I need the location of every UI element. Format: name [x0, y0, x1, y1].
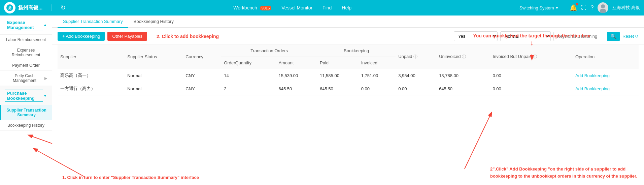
- logo-text: 扬州高银...: [18, 5, 43, 11]
- td-currency-0: CNY: [183, 69, 221, 82]
- refresh-icon: ↺: [635, 34, 639, 39]
- td-order-qty-0: 14: [221, 69, 276, 82]
- sidebar-group-expense[interactable]: Expense Management ▲: [0, 16, 52, 35]
- add-bookkeeping-button[interactable]: + Add Bookkeeping: [58, 32, 105, 41]
- table-row: 一方通行（高力） Normal CNY 2 645.50 645.50 0.00…: [58, 82, 639, 95]
- top-nav-right: Switching System ▼ 🔔 ⛶ ? 互海科技·高银: [519, 2, 640, 13]
- help-nav[interactable]: Help: [342, 5, 351, 10]
- th-uninvoiced: Uninvoiced ⓘ: [436, 45, 490, 69]
- td-uninvoiced-0: 13,788.00: [436, 69, 490, 82]
- uninvoiced-info-icon[interactable]: ⓘ: [462, 54, 466, 59]
- td-supplier-1: 一方通行（高力）: [58, 82, 125, 95]
- chevron-down-icon: ▼: [555, 6, 559, 10]
- chevron-right-icon: ▶: [44, 76, 47, 81]
- sidebar-item-bookkeeping-history[interactable]: Bookkeeping History: [0, 120, 52, 131]
- chevron-down-icon-2: ▼: [43, 93, 47, 98]
- switching-system[interactable]: Switching System ▼: [519, 5, 559, 10]
- th-currency: Currency: [183, 45, 221, 69]
- toolbar-right: Yes Normal 🔍 Reset ↺: [454, 31, 639, 41]
- main-wrapper: Expense Management ▲ Labor Reimbursement…: [0, 16, 644, 185]
- table-row: 高乐高（高一） Normal CNY 14 15,539.00 11,585.0…: [58, 69, 639, 82]
- td-supplier-0: 高乐高（高一）: [58, 69, 125, 82]
- filter-normal-select[interactable]: Normal: [500, 31, 551, 41]
- other-payables-button[interactable]: Other Payables: [107, 32, 147, 41]
- td-status-0: Normal: [125, 69, 183, 82]
- chevron-up-icon: ▲: [43, 23, 47, 27]
- notification-icon[interactable]: 🔔: [570, 4, 577, 11]
- td-status-1: Normal: [125, 82, 183, 95]
- svg-point-3: [600, 9, 606, 13]
- td-unpaid-0: 3,954.00: [396, 69, 436, 82]
- td-invoiced-but-unpaid-0: 0.00: [490, 69, 573, 82]
- tab-bookkeeping-history[interactable]: Bookkeeping History: [128, 16, 179, 28]
- td-uninvoiced-1: 645.50: [436, 82, 490, 95]
- td-amount-0: 15,539.00: [276, 69, 317, 82]
- th-order-quantity: OrderQuantity: [221, 57, 276, 69]
- data-table: Supplier Supplier Status Currency Transa…: [58, 45, 639, 95]
- tab-supplier-transaction[interactable]: Supplier Transaction Summary: [58, 16, 128, 28]
- td-amount-1: 645.50: [276, 82, 317, 95]
- td-paid-0: 11,585.00: [317, 69, 359, 82]
- svg-point-2: [601, 4, 605, 8]
- svg-text:扬: 扬: [8, 6, 11, 10]
- th-amount: Amount: [276, 57, 317, 69]
- th-invoiced: Invoiced: [359, 57, 396, 69]
- th-unpaid: Unpaid ⓘ: [396, 45, 436, 69]
- invoiced-but-unpaid-info-icon[interactable]: ⓘ: [533, 54, 537, 59]
- nav-expand-icon[interactable]: ↻: [61, 4, 66, 11]
- fullscreen-icon[interactable]: ⛶: [581, 5, 586, 11]
- vessel-monitor-nav[interactable]: Vessel Monitor: [281, 5, 312, 10]
- sidebar-item-payment[interactable]: Payment Order: [0, 60, 52, 71]
- th-operation: Operation: [573, 45, 639, 69]
- sidebar-group-purchase[interactable]: Purchase Bookkeeping ▼: [0, 86, 52, 105]
- sidebar-item-labor[interactable]: Labor Reimbursement: [0, 35, 52, 45]
- top-navigation: 扬 扬州高银... ↻ Workbench 9015 Vessel Monito…: [0, 0, 644, 16]
- td-currency-1: CNY: [183, 82, 221, 95]
- avatar[interactable]: [598, 2, 608, 13]
- search-input[interactable]: [553, 32, 607, 41]
- annotation-click-add: 2. Click to add bookkeeping: [157, 34, 219, 39]
- search-area: 🔍: [553, 32, 620, 41]
- th-paid: Paid: [317, 57, 359, 69]
- table-container: Supplier Supplier Status Currency Transa…: [52, 45, 644, 185]
- sidebar-item-petty-cash[interactable]: Petty Cash Management ▶: [0, 71, 52, 86]
- sidebar-item-expenses[interactable]: Expenses Reimbursement: [0, 45, 52, 60]
- td-operation-0[interactable]: Add Bookkeeping: [573, 69, 639, 82]
- tabs-bar: Supplier Transaction Summary Bookkeeping…: [52, 16, 644, 28]
- td-invoiced-0: 1,751.00: [359, 69, 396, 82]
- main-layout: Expense Management ▲ Labor Reimbursement…: [0, 16, 644, 185]
- expense-management-title: Expense Management: [5, 19, 43, 31]
- th-transaction-orders: Transaction Orders: [221, 45, 317, 57]
- td-order-qty-1: 2: [221, 82, 276, 95]
- top-nav-center: Workbench 9015 Vessel Monitor Find Help: [72, 5, 513, 10]
- logo-icon: 扬: [4, 2, 15, 13]
- td-invoiced-1: 0.00: [359, 82, 396, 95]
- unpaid-info-icon[interactable]: ⓘ: [413, 54, 417, 59]
- user-company: 互海科技·高银: [612, 5, 640, 11]
- th-supplier: Supplier: [58, 45, 125, 69]
- sidebar: Expense Management ▲ Labor Reimbursement…: [0, 16, 52, 185]
- workbench-badge: 9015: [260, 6, 271, 10]
- td-invoiced-but-unpaid-1: 0.00: [490, 82, 573, 95]
- find-nav[interactable]: Find: [323, 5, 332, 10]
- filter-yes-select[interactable]: Yes: [454, 31, 498, 41]
- sidebar-item-supplier-transaction[interactable]: Supplier Transaction Summary: [0, 105, 52, 120]
- th-bookkeeping: Bookkeeping: [317, 45, 396, 57]
- logo-area[interactable]: 扬 扬州高银...: [4, 2, 43, 13]
- workbench-nav[interactable]: Workbench 9015: [233, 5, 271, 10]
- reset-button[interactable]: Reset ↺: [622, 34, 639, 39]
- td-paid-1: 645.50: [317, 82, 359, 95]
- help-circle-icon[interactable]: ?: [590, 5, 594, 11]
- td-unpaid-1: 0.00: [396, 82, 436, 95]
- th-supplier-status: Supplier Status: [125, 45, 183, 69]
- content-area: Supplier Transaction Summary Bookkeeping…: [52, 16, 644, 185]
- th-invoiced-but-unpaid: Invoiced But Unpaid ⓘ: [490, 45, 573, 69]
- toolbar: + Add Bookkeeping Other Payables 2. Clic…: [52, 28, 644, 45]
- purchase-bookkeeping-title: Purchase Bookkeeping: [5, 90, 43, 102]
- search-button[interactable]: 🔍: [607, 32, 620, 41]
- td-operation-1[interactable]: Add Bookkeeping: [573, 82, 639, 95]
